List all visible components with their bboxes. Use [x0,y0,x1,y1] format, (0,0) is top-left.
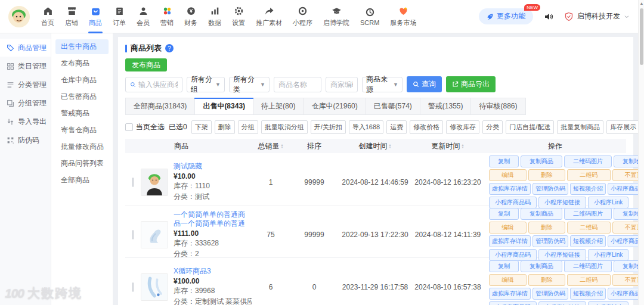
bulk-button-7[interactable]: 修改价格 [410,120,443,134]
group-select[interactable]: 所有分组 ▼ [187,77,225,92]
bulk-button-6[interactable]: 运费 [386,120,407,134]
merchant-code-input[interactable] [330,80,353,89]
op-button[interactable]: 编辑 [489,222,527,234]
op-button[interactable]: 小程序Link [588,301,628,305]
op-button[interactable]: 二维码图片 [564,260,612,272]
search-button[interactable]: 查询 [407,76,442,92]
nav-item-market[interactable]: 服务市场 [385,0,422,33]
submenu-item-8[interactable]: 全部商品 [55,173,109,188]
submenu-item-7[interactable]: 商品问答列表 [55,156,109,171]
op-button[interactable]: 管理防伪码 [532,235,568,247]
bulk-button-9[interactable]: 分类 [482,120,503,134]
supplier-search-input[interactable] [138,80,178,89]
op-button[interactable]: 删除 [528,169,566,181]
bulk-button-12[interactable]: 库存展示 [606,120,640,134]
submenu-item-4[interactable]: 警戒商品 [55,106,109,121]
sort-icon[interactable]: ▲▼ [462,144,465,148]
product-title-link[interactable]: 一个简简单单的普通商品一个简简单单的普通商品一个简简单单的普通商品 [174,210,252,228]
sidebar-item-category[interactable]: 类目管理 [0,57,51,75]
nav-item-product[interactable]: 商品 [83,0,107,33]
sort-icon[interactable]: ▲▼ [281,144,284,148]
tab-2[interactable]: 待上架(80) [253,98,304,114]
submenu-item-0[interactable]: 出售中商品 [55,39,109,54]
bulk-button-2[interactable]: 分组 [238,120,258,134]
bulk-button-5[interactable]: 导入1688 [349,120,383,134]
nav-item-member[interactable]: 会员 [131,0,155,33]
op-button[interactable]: 删除 [528,222,566,234]
op-button[interactable]: 二维码 [567,169,611,181]
help-icon[interactable]: ? [165,44,174,52]
nav-item-scrm[interactable]: SCRM [355,0,385,33]
op-button[interactable]: 编辑 [489,169,527,181]
logo-avatar[interactable] [8,6,30,27]
nav-item-finance[interactable]: 财务 [179,0,203,33]
tab-0[interactable]: 全部商品(31843) [126,98,195,114]
submenu-item-6[interactable]: 批量修改商品 [55,139,109,154]
scrollbar-thumb[interactable] [640,8,643,65]
row-checkbox[interactable] [132,230,134,239]
sidebar-item-group[interactable]: 分组管理 [0,94,51,112]
nav-item-data[interactable]: 数据 [203,0,227,33]
bulk-button-11[interactable]: 批量复制商品 [557,120,603,134]
op-button[interactable]: 复制商品 [521,260,562,272]
tab-4[interactable]: 已售罄(574) [366,98,420,114]
product-name-field[interactable] [274,77,321,92]
nav-item-order[interactable]: 订单 [107,0,131,33]
submenu-item-5[interactable]: 寄售仓商品 [55,123,109,138]
scroll-up-icon[interactable]: ▲ [639,0,644,7]
sidebar-item-goods[interactable]: 商品管理 [0,39,51,57]
sidebar-item-classify[interactable]: 分类管理 [0,76,51,94]
tab-1[interactable]: 出售中(8343) [195,98,253,114]
op-button[interactable]: 虚拟库存详情 [489,235,531,247]
op-button[interactable]: 删除 [528,274,566,286]
op-button[interactable]: 虚拟库存详情 [489,288,531,300]
nav-item-marketing[interactable]: 营销 [155,0,179,33]
op-button[interactable]: 短视频介绍 [570,183,606,195]
sidebar-item-import-export[interactable]: 导入导出 [0,113,51,130]
submenu-item-3[interactable]: 已售罄商品 [55,89,109,104]
bulk-button-1[interactable]: 删除 [215,120,235,134]
sort-icon[interactable]: ▲▼ [389,144,392,148]
product-title-link[interactable]: X循环商品3 [174,267,252,276]
op-button[interactable]: 复制 [489,260,519,272]
nav-item-academy[interactable]: 启博学院 [318,0,355,33]
tab-3[interactable]: 仓库中(21960) [304,98,366,114]
more-features-button[interactable]: 更多功能 NEW [479,8,533,24]
op-button[interactable]: 二维码 [567,274,611,286]
op-button[interactable]: 二维码图片 [564,155,612,167]
bulk-button-8[interactable]: 修改库存 [446,120,479,134]
op-button[interactable]: 二维码 [567,222,611,234]
op-button[interactable]: 编辑 [489,274,527,286]
scrollbar[interactable]: ▲ [638,0,644,305]
merchant-code-field[interactable] [326,77,358,92]
nav-item-promo[interactable]: 推广素材 [250,0,287,33]
publish-product-button[interactable]: 发布商品 [125,58,167,71]
export-button[interactable]: 商品导出 [446,76,496,92]
submenu-item-1[interactable]: 发布商品 [55,56,109,71]
speaker-icon[interactable] [544,12,553,21]
bulk-button-0[interactable]: 下架 [191,120,212,134]
category-select[interactable]: 所有分类 ▼ [229,77,270,92]
tab-5[interactable]: 警戒(1355) [420,98,472,114]
row-checkbox[interactable] [132,282,134,292]
product-name-input[interactable] [278,80,317,89]
product-title-link[interactable]: 测试隐藏 [174,162,210,171]
op-button[interactable]: 复制 [489,155,519,167]
bulk-button-3[interactable]: 批量取消分组 [261,120,308,134]
bulk-button-4[interactable]: 开/关折扣 [311,120,346,134]
op-button[interactable]: 管理防伪码 [532,183,568,195]
nav-item-settings[interactable]: 设置 [227,0,250,33]
op-button[interactable]: 短视频介绍 [570,288,606,300]
op-button[interactable]: 小程序短链接 [538,301,586,305]
bulk-button-10[interactable]: 门店自提/配送 [506,120,554,134]
op-button[interactable]: 复制商品 [521,155,562,167]
op-button[interactable]: 短视频介绍 [570,235,606,247]
nav-item-miniapp[interactable]: 小程序 [287,0,318,33]
submenu-item-2[interactable]: 仓库中商品 [55,73,109,88]
nav-item-home[interactable]: 首页 [36,0,60,33]
op-button[interactable]: 复制商品 [521,208,562,220]
nav-item-shop[interactable]: 店铺 [60,0,83,33]
row-checkbox[interactable] [132,178,134,187]
supplier-search-field[interactable] [125,77,182,92]
op-button[interactable]: 二维码图片 [564,208,612,220]
